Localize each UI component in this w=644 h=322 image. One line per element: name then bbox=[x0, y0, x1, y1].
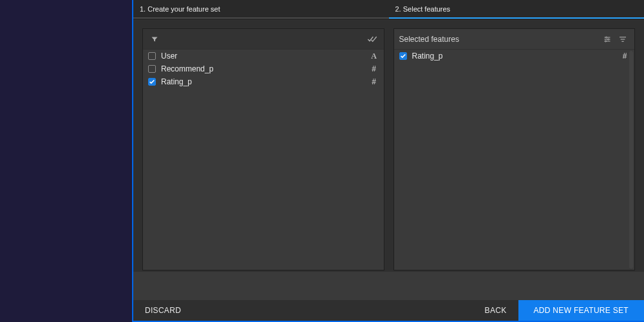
selected-title: Selected features bbox=[399, 35, 601, 44]
list-item[interactable]: UserA bbox=[143, 50, 384, 62]
text-type-icon: A bbox=[370, 52, 379, 61]
filter-icon[interactable] bbox=[148, 35, 161, 43]
content-area: UserARecommend_p#Rating_p# Selected feat… bbox=[133, 19, 644, 272]
svg-point-5 bbox=[605, 41, 607, 42]
adjust-icon[interactable] bbox=[601, 35, 614, 43]
checkbox[interactable] bbox=[148, 65, 156, 73]
available-list: UserARecommend_p#Rating_p# bbox=[143, 50, 384, 270]
step-tabs: 1. Create your feature set 2. Select fea… bbox=[133, 0, 644, 19]
step-2[interactable]: 2. Select features bbox=[389, 0, 645, 19]
step-2-label: 2. Select features bbox=[395, 5, 451, 13]
selected-header: Selected features bbox=[394, 29, 635, 50]
list-item[interactable]: Recommend_p# bbox=[143, 62, 384, 75]
checkbox[interactable] bbox=[148, 52, 156, 60]
feature-name: User bbox=[161, 52, 365, 61]
step-1-label: 1. Create your feature set bbox=[140, 5, 220, 13]
number-type-icon: # bbox=[370, 77, 379, 86]
feature-set-dialog: 1. Create your feature set 2. Select fea… bbox=[132, 0, 644, 322]
discard-label: DISCARD bbox=[145, 306, 181, 315]
feature-name: Rating_p bbox=[161, 77, 365, 86]
bottom-spacer bbox=[133, 272, 644, 300]
filter-header bbox=[143, 29, 384, 50]
list-item[interactable]: Rating_p# bbox=[394, 50, 635, 62]
select-all-icon[interactable] bbox=[366, 35, 379, 43]
selected-features-panel: Selected features Rating_p# bbox=[393, 28, 636, 270]
sort-icon[interactable] bbox=[616, 36, 629, 43]
add-feature-set-button[interactable]: ADD NEW FEATURE SET bbox=[518, 300, 645, 321]
feature-name: Recommend_p bbox=[161, 64, 365, 73]
feature-name: Rating_p bbox=[412, 52, 616, 61]
step-1[interactable]: 1. Create your feature set bbox=[133, 0, 389, 19]
scrollbar[interactable] bbox=[629, 51, 633, 269]
checkbox[interactable] bbox=[399, 52, 407, 60]
back-button[interactable]: BACK bbox=[473, 300, 518, 321]
list-item[interactable]: Rating_p# bbox=[143, 75, 384, 88]
number-type-icon: # bbox=[370, 64, 379, 73]
available-features-panel: UserARecommend_p#Rating_p# bbox=[142, 28, 384, 270]
back-label: BACK bbox=[485, 306, 507, 315]
selected-list: Rating_p# bbox=[394, 50, 635, 270]
svg-point-3 bbox=[608, 39, 609, 40]
add-label: ADD NEW FEATURE SET bbox=[534, 306, 629, 315]
footer-bar: DISCARD BACK ADD NEW FEATURE SET bbox=[133, 300, 644, 321]
number-type-icon: # bbox=[620, 52, 629, 61]
checkbox[interactable] bbox=[148, 78, 156, 86]
svg-point-1 bbox=[606, 37, 607, 38]
discard-button[interactable]: DISCARD bbox=[133, 300, 193, 321]
